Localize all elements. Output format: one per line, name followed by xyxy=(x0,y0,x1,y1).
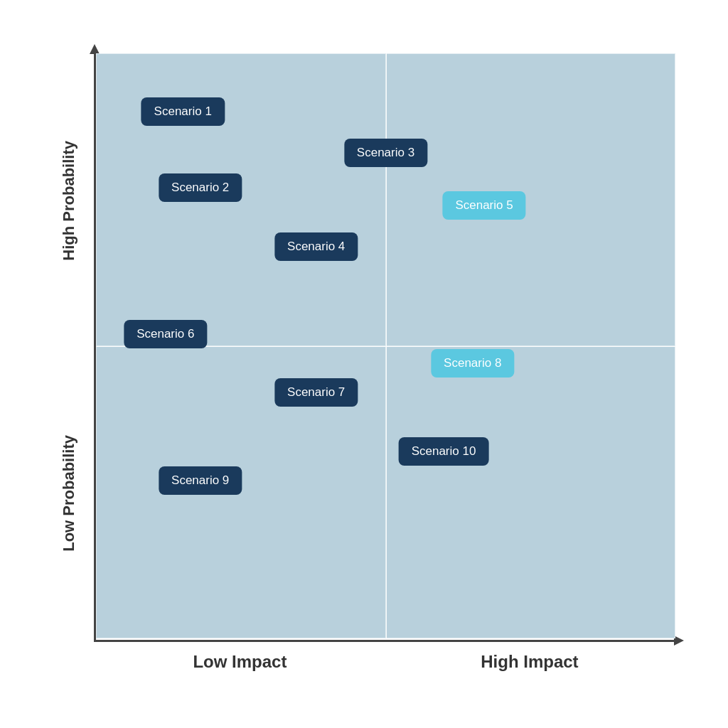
high-probability-label: High Probability xyxy=(60,141,78,261)
quadrant-bottom-right xyxy=(386,346,676,639)
chart-wrapper: High Probability Low Probability Scenari… xyxy=(44,37,684,691)
quadrant-top-left xyxy=(96,53,386,346)
quadrant-bottom-left xyxy=(96,346,386,639)
quadrant-top-right xyxy=(386,53,676,346)
high-impact-label: High Impact xyxy=(481,652,578,672)
low-probability-label: Low Probability xyxy=(60,435,78,552)
plot-area xyxy=(96,53,675,638)
y-probability-labels: High Probability Low Probability xyxy=(48,53,90,638)
x-axis xyxy=(94,640,677,642)
low-impact-label: Low Impact xyxy=(193,652,287,672)
x-axis-labels: Low Impact High Impact xyxy=(96,652,675,672)
